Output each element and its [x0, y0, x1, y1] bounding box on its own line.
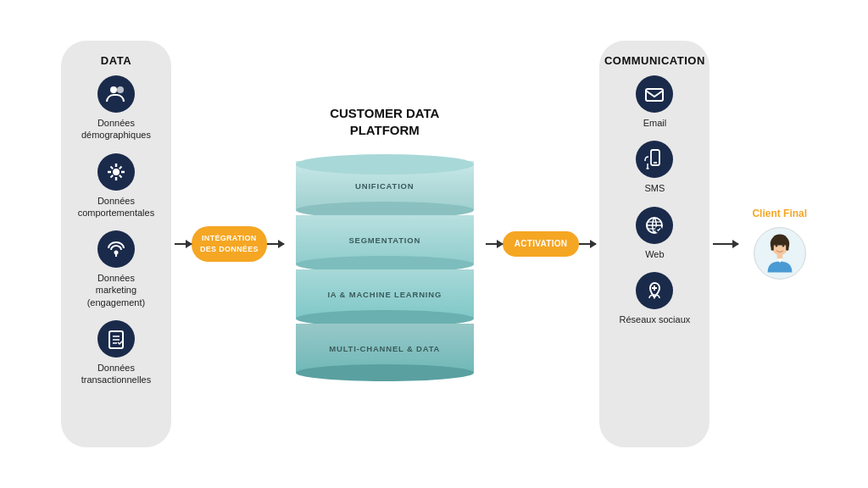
arrow-left-1: [175, 243, 192, 245]
donnees-marketing-icon: [97, 230, 135, 268]
activation-connector: ACTIVATION: [486, 231, 597, 257]
svg-point-21: [776, 245, 777, 247]
communication-panel-title: COMMUNICATION: [604, 54, 705, 67]
svg-rect-19: [771, 241, 773, 251]
client-avatar: [753, 226, 807, 280]
database-visual: UNIFICATION SEGMENTATION IA & MACHINE LE…: [296, 154, 474, 383]
db-bottom-cap: [296, 364, 474, 381]
email-icon: [636, 75, 673, 113]
db-layer-ia: IA & MACHINE LEARNING: [296, 269, 474, 319]
item-reseaux-sociaux: Réseaux sociaux: [620, 272, 691, 325]
reseaux-sociaux-icon: [636, 272, 673, 309]
flow: DATA Donnéesdémographiques: [61, 41, 807, 447]
svg-point-2: [113, 169, 120, 175]
svg-point-22: [782, 245, 784, 247]
donnees-comportementales-icon: [97, 153, 135, 191]
communication-panel: COMMUNICATION Email: [599, 41, 709, 447]
data-panel: DATA Donnéesdémographiques: [61, 41, 171, 447]
activation-button: ACTIVATION: [503, 231, 580, 257]
diagram: DATA Donnéesdémographiques: [19, 11, 849, 477]
svg-point-0: [110, 86, 117, 93]
reseaux-sociaux-label: Réseaux sociaux: [620, 313, 691, 325]
db-layer-multichannel: MULTI-CHANNEL & DATA: [296, 324, 474, 373]
client-label: Client Final: [752, 208, 807, 219]
item-email: Email: [636, 75, 673, 129]
item-web: Web: [636, 207, 673, 260]
cdp-title: CUSTOMER DATAPLATFORM: [330, 105, 439, 138]
arrow-right-2: [579, 243, 596, 245]
web-label: Web: [645, 248, 664, 260]
sms-icon: [636, 141, 673, 178]
svg-rect-20: [786, 241, 788, 251]
arrow-left-2: [267, 243, 284, 245]
item-donnees-marketing: Donnéesmarketing(engagement): [87, 230, 146, 308]
arrow-right-1: [486, 243, 503, 245]
donnees-marketing-label: Donnéesmarketing(engagement): [87, 272, 146, 308]
cdp-section: CUSTOMER DATAPLATFORM UNIFICATION SEGMEN…: [296, 105, 474, 383]
integration-button: INTÉGRATIONDES DONNÉES: [192, 226, 267, 261]
item-donnees-demographiques: Donnéesdémographiques: [81, 75, 151, 141]
donnees-demographiques-label: Donnéesdémographiques: [81, 117, 151, 141]
donnees-demographiques-icon: [97, 75, 135, 113]
svg-rect-23: [777, 255, 782, 259]
item-donnees-comportementales: Donnéescomportementales: [78, 153, 155, 219]
db-top-cap: [296, 154, 474, 175]
donnees-transactionnelles-icon: [97, 320, 135, 358]
svg-point-1: [117, 86, 124, 93]
item-sms: SMS: [636, 141, 673, 194]
arrow-to-client: [713, 243, 738, 245]
data-panel-title: DATA: [101, 54, 131, 67]
web-icon: [636, 207, 673, 244]
donnees-comportementales-label: Donnéescomportementales: [78, 195, 155, 219]
final-arrow: [713, 243, 738, 245]
sms-label: SMS: [644, 182, 665, 194]
svg-rect-8: [646, 89, 663, 101]
donnees-transactionnelles-label: Donnéestransactionnelles: [81, 362, 152, 386]
db-layer-segmentation: SEGMENTATION: [296, 215, 474, 264]
email-label: Email: [643, 117, 667, 129]
item-donnees-transactionnelles: Donnéestransactionnelles: [81, 320, 152, 386]
client-section: Client Final: [752, 208, 807, 280]
integration-connector: INTÉGRATIONDES DONNÉES: [175, 226, 284, 261]
